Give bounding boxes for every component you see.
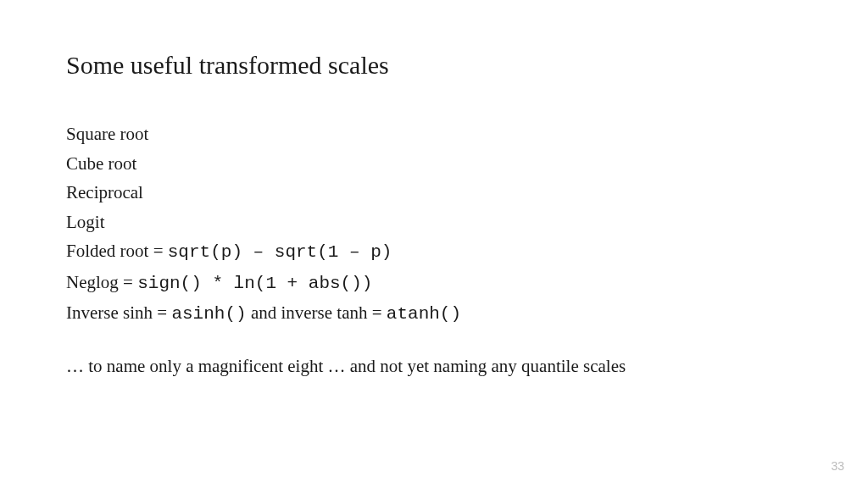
folded-root-code: sqrt(p) – sqrt(1 – p): [168, 242, 392, 262]
line-inverse-sinh-tanh: Inverse sinh = asinh() and inverse tanh …: [66, 299, 802, 329]
atanh-code: atanh(): [387, 304, 461, 324]
inverse-sinh-label: Inverse sinh =: [66, 302, 171, 323]
inverse-tanh-label: and inverse tanh =: [247, 302, 387, 323]
body-content: Square root Cube root Reciprocal Logit F…: [66, 120, 802, 329]
line-logit: Logit: [66, 208, 802, 236]
folded-root-label: Folded root =: [66, 241, 168, 261]
line-neglog: Neglog = sign() * ln(1 + abs()): [66, 269, 802, 298]
neglog-code: sign() * ln(1 + abs()): [137, 274, 372, 293]
slide-title: Some useful transformed scales: [66, 51, 802, 80]
line-cube-root: Cube root: [66, 150, 802, 178]
asinh-code: asinh(): [171, 304, 246, 324]
line-folded-root: Folded root = sqrt(p) – sqrt(1 – p): [66, 237, 802, 267]
neglog-label: Neglog =: [66, 272, 137, 292]
line-reciprocal: Reciprocal: [66, 179, 802, 207]
closing-line: … to name only a magnificent eight … and…: [66, 356, 802, 377]
page-number: 33: [831, 459, 844, 473]
line-square-root: Square root: [66, 120, 802, 148]
